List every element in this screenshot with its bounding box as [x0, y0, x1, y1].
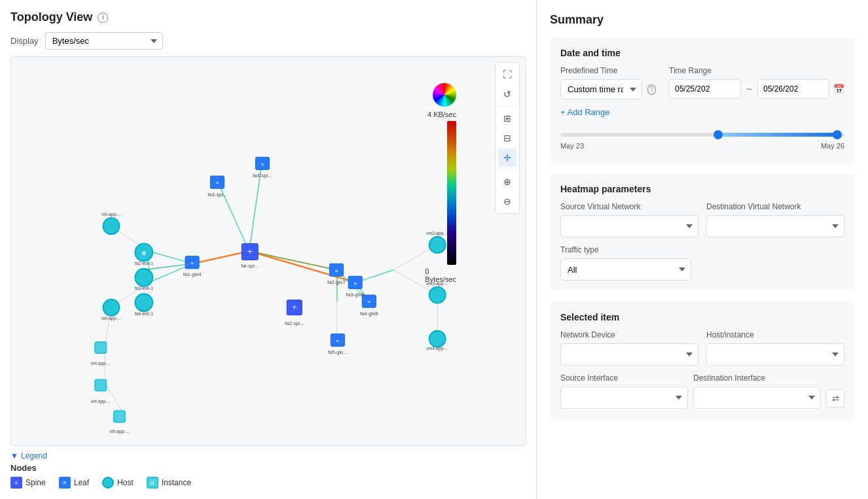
source-vn-label: Source Virtual Network — [560, 202, 698, 211]
topology-canvas-area: ⛶ ↺ ⊞ ⊟ ✛ ⊕ ⊖ 4 KB/sec 0 Bytes/sec — [10, 56, 526, 446]
traffic-type-row: Traffic type All Intra VN Inter VN — [560, 245, 844, 281]
swap-button[interactable]: ⇄ — [826, 389, 844, 407]
time-range-row: ～ 📅 — [669, 79, 844, 99]
slider-handle-right[interactable] — [833, 130, 842, 139]
traffic-type-select[interactable]: All Intra VN Inter VN — [560, 258, 691, 281]
expand-button[interactable]: ⊞ — [498, 109, 516, 128]
topology-toolbar: ⛶ ↺ ⊞ ⊟ ✛ ⊕ ⊖ — [495, 62, 520, 214]
title-info-icon[interactable]: i — [98, 12, 108, 23]
svg-text:≡: ≡ — [216, 180, 219, 186]
svg-text:≡: ≡ — [353, 281, 357, 286]
svg-text:fa3-test-1: fa3-test-1 — [135, 286, 154, 290]
svg-text:fa1-glo4: fa1-glo4 — [183, 271, 202, 277]
host-instance-col: Host/instance — [706, 330, 844, 366]
time-range-separator: ～ — [745, 83, 753, 95]
svg-text:≡: ≡ — [190, 260, 194, 266]
legend-toggle[interactable]: ▼ Legend — [10, 451, 526, 460]
collapse-button[interactable]: ⊟ — [498, 129, 516, 147]
svg-text:virt-app-...: virt-app-... — [109, 429, 129, 434]
spine-icon: + — [10, 477, 22, 489]
time-range-col: Time Range ～ 📅 — [669, 66, 844, 99]
host-instance-select[interactable] — [706, 343, 844, 366]
source-interface-select[interactable] — [560, 387, 688, 409]
svg-text:fa2-glo7: fa2-glo7 — [327, 279, 346, 285]
refresh-button[interactable]: ↺ — [498, 85, 516, 103]
traffic-type-label: Traffic type — [560, 245, 844, 254]
network-device-col: Network Device — [560, 330, 698, 366]
predefined-select[interactable]: Custom time range Last 1 hour Last 6 hou… — [560, 79, 642, 99]
legend-arrow-icon: ▼ — [10, 451, 18, 460]
dest-vn-col: Destination Virtual Network — [706, 202, 844, 237]
zoom-in-button[interactable]: ⊕ — [498, 173, 516, 191]
predefined-label: Predefined Time — [560, 66, 656, 75]
svg-rect-50 — [95, 342, 106, 353]
slider-labels: May 23 May 26 — [560, 142, 844, 150]
svg-text:🖥: 🖥 — [141, 250, 147, 256]
svg-text:≡: ≡ — [261, 162, 264, 167]
svg-text:vm2-app-...: vm2-app-... — [426, 231, 448, 236]
svg-text:fa4-glo9: fa4-glo9 — [360, 311, 378, 317]
legend-toggle-label: Legend — [21, 451, 47, 460]
predefined-help-icon[interactable]: ? — [647, 84, 656, 95]
heatmap-section-title: Heatmap parameters — [560, 184, 844, 194]
network-device-label: Network Device — [560, 330, 698, 339]
legend-instance-label: Instance — [162, 478, 191, 487]
zoom-out-button[interactable]: ⊖ — [498, 192, 516, 211]
svg-rect-51 — [95, 379, 106, 390]
date-row: Predefined Time Custom time range Last 1… — [560, 66, 844, 99]
time-slider[interactable]: May 23 May 26 — [560, 125, 844, 152]
toolbar-separator-2 — [498, 169, 516, 170]
display-select[interactable]: Bytes/sec Packets/sec Flows — [45, 32, 163, 50]
selected-item-row2: Source Interface Destination Interface ⇄ — [560, 373, 844, 409]
svg-point-43 — [135, 269, 153, 286]
fit-view-button[interactable]: ⛶ — [498, 65, 516, 84]
time-range-end-input[interactable] — [757, 79, 829, 99]
source-interface-col: Source Interface — [560, 373, 688, 409]
svg-text:fa2-spi...: fa2-spi... — [285, 320, 304, 326]
source-interface-label: Source Interface — [560, 373, 688, 383]
dest-vn-select[interactable] — [706, 215, 844, 237]
svg-text:≡: ≡ — [368, 299, 371, 305]
display-row: Display Bytes/sec Packets/sec Flows — [10, 32, 526, 50]
display-label: Display — [10, 36, 39, 46]
svg-text:≡: ≡ — [336, 338, 340, 344]
topology-view-title: Topology View — [10, 10, 92, 24]
host-icon — [102, 477, 114, 489]
right-panel: Summary Date and time Predefined Time Cu… — [537, 0, 868, 499]
dest-interface-select[interactable] — [693, 387, 821, 409]
legend-nodes-label: Nodes — [10, 463, 526, 473]
svg-point-44 — [135, 294, 153, 311]
selected-item-row1: Network Device Host/instance — [560, 330, 844, 366]
svg-text:≡: ≡ — [335, 268, 338, 274]
topology-svg[interactable]: + + ≡ ≡ ≡ ≡ ≡ ≡ ≡ — [11, 57, 525, 445]
legend-leaf-item: ≡ Leaf — [59, 477, 89, 489]
svg-text:+: + — [247, 247, 253, 256]
svg-text:fa2-test-1: fa2-test-1 — [135, 261, 154, 266]
legend-leaf-label: Leaf — [74, 478, 89, 487]
slider-fill — [717, 133, 839, 137]
svg-line-0 — [193, 251, 249, 264]
svg-text:fa5-glo...: fa5-glo... — [328, 349, 348, 355]
slider-handle-left[interactable] — [714, 130, 723, 139]
left-panel: Topology View i Display Bytes/sec Packet… — [0, 0, 537, 499]
summary-title: Summary — [550, 13, 855, 27]
dest-vn-label: Destination Virtual Network — [706, 202, 844, 211]
slider-track — [560, 133, 844, 137]
svg-point-48 — [429, 287, 446, 303]
source-vn-select[interactable] — [560, 215, 698, 237]
svg-text:vm4-app-...: vm4-app-... — [426, 346, 448, 351]
network-device-select[interactable] — [560, 343, 698, 366]
source-vn-col: Source Virtual Network — [560, 202, 698, 237]
slider-end-label: May 26 — [821, 142, 844, 150]
time-range-start-input[interactable] — [669, 79, 741, 99]
svg-text:fal-spi...: fal-spi... — [241, 263, 259, 269]
move-button[interactable]: ✛ — [498, 148, 516, 167]
calendar-icon[interactable]: 📅 — [833, 84, 844, 94]
host-instance-label: Host/instance — [706, 330, 844, 339]
add-range-button[interactable]: + Add Range — [560, 107, 610, 117]
svg-text:fa3-spi...: fa3-spi... — [208, 192, 226, 198]
predefined-col: Predefined Time Custom time range Last 1… — [560, 66, 656, 99]
svg-text:fa4-spi...: fa4-spi... — [253, 173, 272, 179]
legend-instance-item: ⊡ Instance — [147, 477, 191, 489]
svg-text:virt-app-...: virt-app-... — [101, 316, 121, 321]
